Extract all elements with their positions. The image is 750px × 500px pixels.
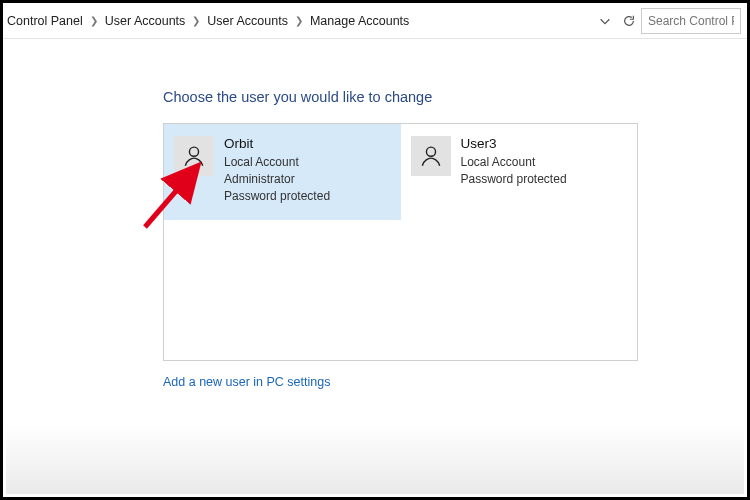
content-area: Choose the user you would like to change… <box>3 39 747 389</box>
account-info: Orbit Local Account Administrator Passwo… <box>224 134 330 206</box>
breadcrumb-item[interactable]: Manage Accounts <box>310 14 409 28</box>
breadcrumb-item[interactable]: User Accounts <box>105 14 186 28</box>
account-name: User3 <box>461 134 567 154</box>
bottom-fade <box>6 424 744 494</box>
search-input[interactable] <box>641 8 741 34</box>
svg-point-1 <box>426 147 435 156</box>
user-icon <box>174 136 214 176</box>
breadcrumb[interactable]: Control Panel ❯ User Accounts ❯ User Acc… <box>7 14 409 28</box>
account-name: Orbit <box>224 134 330 154</box>
address-bar: Control Panel ❯ User Accounts ❯ User Acc… <box>3 3 747 39</box>
chevron-right-icon: ❯ <box>88 15 100 26</box>
user-icon <box>411 136 451 176</box>
add-user-link[interactable]: Add a new user in PC settings <box>163 375 747 389</box>
breadcrumb-item[interactable]: User Accounts <box>207 14 288 28</box>
accounts-container: Orbit Local Account Administrator Passwo… <box>163 123 638 361</box>
account-role: Administrator <box>224 171 330 188</box>
history-dropdown-button[interactable] <box>593 9 617 33</box>
refresh-button[interactable] <box>617 9 641 33</box>
breadcrumb-item[interactable]: Control Panel <box>7 14 83 28</box>
account-type: Local Account <box>224 154 330 171</box>
page-heading: Choose the user you would like to change <box>163 89 747 105</box>
account-status: Password protected <box>224 188 330 205</box>
account-tile-user3[interactable]: User3 Local Account Password protected <box>401 124 638 202</box>
account-type: Local Account <box>461 154 567 171</box>
chevron-right-icon: ❯ <box>293 15 305 26</box>
account-info: User3 Local Account Password protected <box>461 134 567 188</box>
account-status: Password protected <box>461 171 567 188</box>
svg-point-0 <box>189 147 198 156</box>
account-tile-orbit[interactable]: Orbit Local Account Administrator Passwo… <box>164 124 401 220</box>
chevron-right-icon: ❯ <box>190 15 202 26</box>
